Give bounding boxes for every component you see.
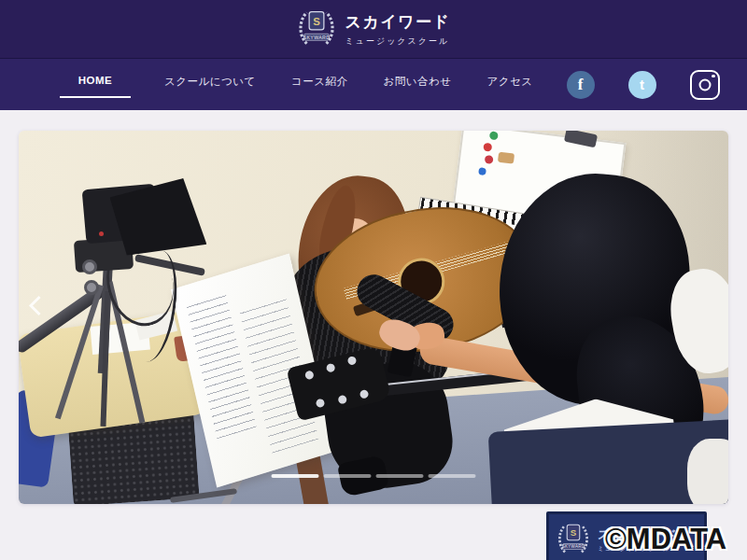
crest-monogram: S (571, 527, 577, 538)
instagram-icon[interactable] (690, 70, 720, 100)
site-title: スカイワード (345, 11, 451, 33)
hero-carousel-photo (19, 131, 728, 504)
student-shirt-sleeve (687, 439, 728, 504)
mdata-watermark: ©MDATA (605, 523, 726, 556)
mount-knob (84, 280, 99, 295)
crest-brand-text: SKYWARD (562, 544, 585, 549)
tuning-peg (326, 363, 336, 373)
camera-record-light (99, 231, 104, 236)
site-header: S SKYWARD スカイワード ミュージックスクール (0, 0, 747, 58)
nav-item-access[interactable]: アクセス (486, 71, 535, 99)
crest-brand-text: SKYWARD (303, 35, 330, 40)
main-nav: HOME スクールについて コース紹介 お問い合わせ アクセス f t (0, 58, 747, 110)
mount-knob (82, 259, 97, 274)
carousel-indicator-1[interactable] (272, 474, 319, 478)
school-crest-logo-icon: S SKYWARD (557, 521, 590, 558)
facebook-icon[interactable]: f (567, 71, 595, 99)
instagram-lens-shape (698, 78, 711, 91)
main-content: S SKYWARD スカイワード ミュージックスクール (0, 131, 747, 560)
nav-item-about[interactable]: スクールについて (162, 71, 258, 99)
crest-monogram: S (313, 16, 320, 27)
magnet-red (483, 143, 492, 152)
brand-text: スカイワード ミュージックスクール (345, 11, 451, 48)
carousel-indicators (272, 474, 476, 478)
tuning-peg (316, 399, 326, 409)
tuning-peg (337, 395, 347, 405)
magnet-blue (478, 167, 486, 175)
tuning-peg (304, 370, 315, 380)
magnet-red (485, 155, 494, 164)
twitter-icon[interactable]: t (628, 71, 656, 99)
nav-item-contact[interactable]: お問い合わせ (381, 71, 453, 99)
nav-item-home[interactable]: HOME (60, 71, 131, 98)
tuning-peg (347, 356, 358, 366)
nav-item-courses[interactable]: コース紹介 (289, 71, 350, 99)
carousel-prev-button[interactable] (29, 296, 49, 315)
social-links: f t (567, 70, 747, 100)
page: S SKYWARD スカイワード ミュージックスクール HOME スクールについ… (0, 0, 747, 560)
carousel-indicator-2[interactable] (324, 474, 372, 478)
magnet-tan (498, 152, 514, 164)
tuning-peg (359, 389, 370, 399)
instagram-dot-shape (712, 75, 715, 78)
site-subtitle: ミュージックスクール (345, 35, 451, 48)
school-crest-logo-icon: S SKYWARD (297, 7, 336, 50)
magnet-green (489, 131, 499, 140)
carousel-indicator-4[interactable] (429, 474, 476, 478)
carousel-indicator-3[interactable] (376, 474, 424, 478)
